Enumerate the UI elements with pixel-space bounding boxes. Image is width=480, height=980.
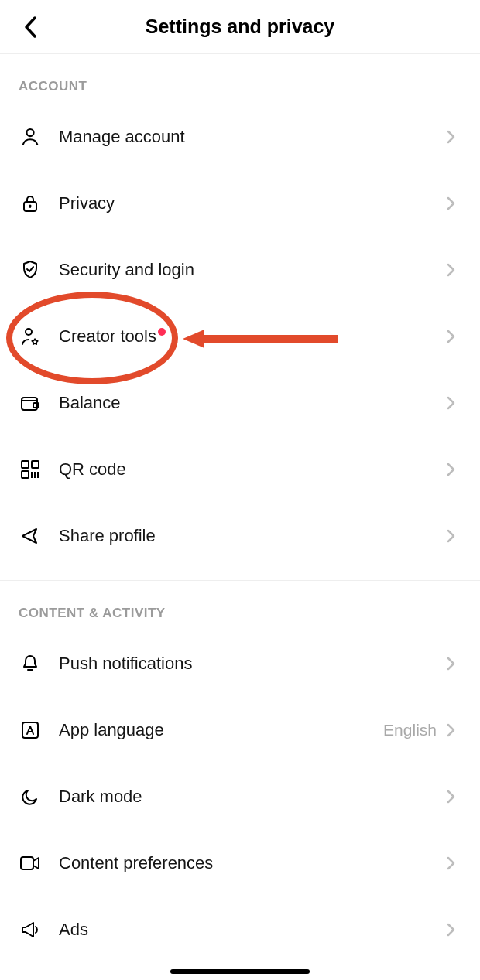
person-star-icon — [19, 325, 42, 348]
chevron-right-icon — [446, 395, 461, 411]
qr-code-icon — [19, 458, 42, 481]
shield-icon — [19, 258, 42, 282]
svg-rect-7 — [22, 461, 29, 468]
row-label: Push notifications — [59, 654, 446, 674]
svg-rect-14 — [22, 722, 38, 738]
row-share-profile[interactable]: Share profile — [0, 503, 480, 569]
video-icon — [19, 852, 42, 875]
home-indicator — [170, 969, 310, 974]
row-privacy[interactable]: Privacy — [0, 170, 480, 237]
row-qr-code[interactable]: QR code — [0, 436, 480, 503]
chevron-right-icon — [446, 262, 461, 278]
row-label: Dark mode — [59, 787, 446, 807]
row-ads[interactable]: Ads — [0, 896, 480, 963]
person-icon — [19, 125, 42, 149]
page-title: Settings and privacy — [146, 15, 335, 38]
row-push-notifications[interactable]: Push notifications — [0, 630, 480, 697]
row-label: Manage account — [59, 127, 446, 147]
section-header-account: ACCOUNT — [0, 54, 480, 104]
chevron-right-icon — [446, 722, 461, 738]
row-label: Creator tools — [59, 326, 446, 347]
back-button[interactable] — [15, 12, 46, 43]
row-label: App language — [59, 720, 383, 740]
row-label: Security and login — [59, 260, 446, 280]
chevron-right-icon — [446, 528, 461, 544]
row-label: Balance — [59, 393, 446, 413]
row-app-language[interactable]: App language English — [0, 697, 480, 763]
row-security[interactable]: Security and login — [0, 237, 480, 303]
row-balance[interactable]: Balance — [0, 370, 480, 436]
svg-rect-9 — [22, 471, 29, 478]
chevron-left-icon — [23, 15, 39, 39]
svg-point-4 — [26, 329, 32, 335]
chevron-right-icon — [446, 922, 461, 937]
chevron-right-icon — [446, 196, 461, 211]
row-value: English — [383, 721, 437, 739]
bell-icon — [19, 652, 42, 675]
chevron-right-icon — [446, 462, 461, 477]
share-icon — [19, 524, 42, 548]
lock-icon — [19, 192, 42, 215]
row-label: QR code — [59, 459, 446, 480]
svg-point-0 — [26, 129, 33, 136]
svg-rect-8 — [32, 461, 39, 468]
svg-rect-15 — [21, 857, 33, 869]
row-label: Content preferences — [59, 853, 446, 873]
megaphone-icon — [19, 918, 42, 941]
moon-icon — [19, 785, 42, 808]
row-manage-account[interactable]: Manage account — [0, 104, 480, 170]
row-label: Share profile — [59, 526, 446, 546]
row-creator-tools[interactable]: Creator tools — [0, 303, 480, 370]
section-header-content-activity: CONTENT & ACTIVITY — [0, 581, 480, 630]
chevron-right-icon — [446, 129, 461, 145]
row-label: Ads — [59, 920, 446, 940]
header: Settings and privacy — [0, 0, 480, 54]
notification-dot-icon — [158, 328, 166, 336]
row-content-preferences[interactable]: Content preferences — [0, 830, 480, 896]
chevron-right-icon — [446, 789, 461, 804]
row-label-text: Creator tools — [59, 326, 156, 347]
language-icon — [19, 719, 42, 742]
row-label: Privacy — [59, 193, 446, 213]
chevron-right-icon — [446, 329, 461, 344]
wallet-icon — [19, 391, 42, 415]
chevron-right-icon — [446, 855, 461, 871]
chevron-right-icon — [446, 656, 461, 671]
row-dark-mode[interactable]: Dark mode — [0, 763, 480, 830]
